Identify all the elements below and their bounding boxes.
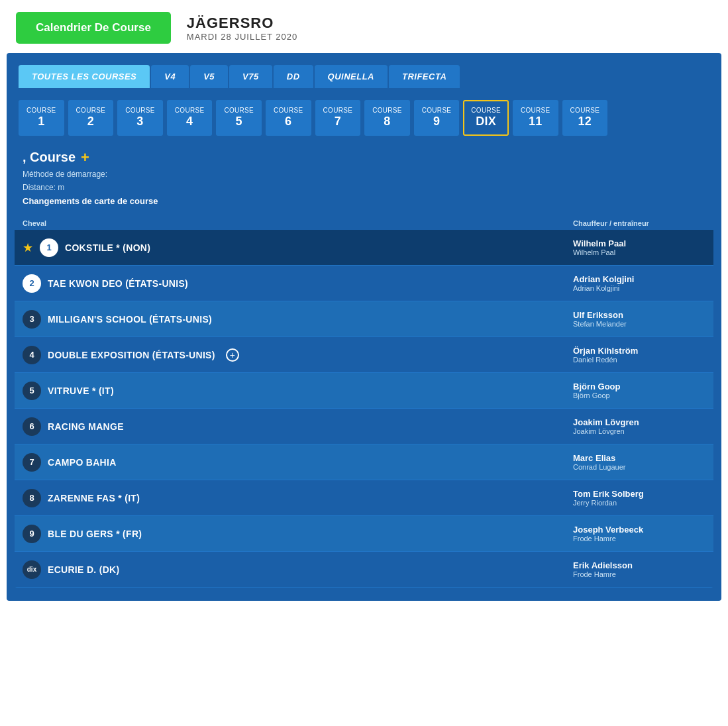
driver-name: Ulf Eriksson (573, 310, 705, 320)
course-tile-2[interactable]: COURSE2 (68, 100, 114, 136)
horse-row[interactable]: 9 BLE DU GERS * (FR) Joseph Verbeeck Fro… (15, 516, 713, 552)
trainer-name: Wilhelm Paal (573, 248, 705, 256)
horse-name: COKSTILE * (NON) (65, 242, 150, 253)
course-selector: COURSE1COURSE2COURSE3COURSE4COURSE5COURS… (7, 88, 721, 142)
horse-name: DOUBLE EXPOSITION (ÉTATS-UNIS) (48, 350, 215, 360)
course-tile-7[interactable]: COURSE7 (315, 100, 361, 136)
horse-row[interactable]: 4 DOUBLE EXPOSITION (ÉTATS-UNIS) + Örjan… (15, 337, 713, 373)
horse-name: ECURIE D. (DK) (48, 564, 119, 575)
trainer-name: Björn Goop (573, 391, 705, 399)
horse-left: 8 ZARENNE FAS * (IT) (23, 489, 573, 507)
tab-v75[interactable]: V75 (229, 65, 272, 88)
course-tile-9[interactable]: COURSE9 (414, 100, 460, 136)
trainer-name: Frode Hamre (573, 535, 705, 543)
course-tile-5[interactable]: COURSE5 (216, 100, 262, 136)
horse-left: 9 BLE DU GERS * (FR) (23, 525, 573, 543)
trainer-name: Stefan Melander (573, 320, 705, 328)
horse-number-badge: 5 (23, 382, 41, 400)
col-chauffeur-header: Chauffeur / entraîneur (573, 219, 705, 227)
horse-row[interactable]: 7 CAMPO BAHIA Marc Elias Conrad Lugauer (15, 444, 713, 480)
course-tile-10[interactable]: COURSEDIX (463, 100, 509, 136)
horse-name: ZARENNE FAS * (IT) (48, 493, 140, 503)
col-cheval-header: Cheval (23, 219, 573, 227)
venue-info: JÄGERSRO MARDI 28 JUILLET 2020 (187, 15, 297, 42)
driver-name: Wilhelm Paal (573, 238, 705, 248)
course-tile-1[interactable]: COURSE1 (19, 100, 64, 136)
course-plus-icon[interactable]: + (81, 149, 89, 166)
tab-quinella[interactable]: QUINELLA (315, 65, 388, 88)
tab-trifecta[interactable]: TRIFECTA (389, 65, 460, 88)
course-tile-6[interactable]: COURSE6 (266, 100, 311, 136)
horse-name: BLE DU GERS * (FR) (48, 529, 142, 539)
star-icon: ★ (23, 240, 33, 255)
trainer-name: Joakim Lövgren (573, 427, 705, 435)
horse-left: 3 MILLIGAN'S SCHOOL (ÉTATS-UNIS) (23, 310, 573, 329)
horse-row[interactable]: 6 RACING MANGE Joakim Lövgren Joakim Löv… (15, 409, 713, 444)
horse-right: Wilhelm Paal Wilhelm Paal (573, 238, 705, 256)
trainer-name: Daniel Redén (573, 356, 705, 364)
tab-toutes[interactable]: TOUTES LES COURSES (19, 65, 150, 88)
horse-left: 2 TAE KWON DEO (ÉTATS-UNIS) (23, 274, 573, 293)
tab-dd[interactable]: DD (274, 65, 313, 88)
horse-left: 6 RACING MANGE (23, 417, 573, 436)
horse-name: TAE KWON DEO (ÉTATS-UNIS) (48, 278, 188, 289)
driver-name: Joseph Verbeeck (573, 525, 705, 535)
course-title: , Course + (23, 149, 705, 166)
horse-name: RACING MANGE (48, 421, 124, 432)
tab-navigation: TOUTES LES COURSESV4V5V75DDQUINELLATRIFE… (7, 53, 721, 88)
tab-v4[interactable]: V4 (151, 65, 189, 88)
horse-number-badge: 1 (40, 238, 58, 257)
tab-v5[interactable]: V5 (190, 65, 228, 88)
course-title-text: , Course (23, 150, 76, 165)
course-tile-12[interactable]: COURSE12 (562, 100, 608, 136)
horse-number-badge: 2 (23, 274, 41, 293)
horse-number-badge: dix (23, 560, 41, 579)
horse-row[interactable]: ★ 1 COKSTILE * (NON) Wilhelm Paal Wilhel… (15, 230, 713, 266)
trainer-name: Jerry Riordan (573, 499, 705, 507)
add-icon[interactable]: + (226, 348, 239, 362)
main-container: TOUTES LES COURSESV4V5V75DDQUINELLATRIFE… (7, 53, 721, 601)
horse-right: Joseph Verbeeck Frode Hamre (573, 525, 705, 543)
horse-right: Björn Goop Björn Goop (573, 382, 705, 399)
meta-changes: Changements de carte de course (23, 194, 705, 209)
horse-name: MILLIGAN'S SCHOOL (ÉTATS-UNIS) (48, 314, 212, 325)
horse-right: Marc Elias Conrad Lugauer (573, 453, 705, 471)
horse-row[interactable]: 3 MILLIGAN'S SCHOOL (ÉTATS-UNIS) Ulf Eri… (15, 301, 713, 337)
horse-right: Tom Erik Solberg Jerry Riordan (573, 489, 705, 507)
course-tile-3[interactable]: COURSE3 (117, 100, 163, 136)
horse-row[interactable]: 5 VITRUVE * (IT) Björn Goop Björn Goop (15, 373, 713, 409)
table-header: Cheval Chauffeur / entraîneur (15, 217, 713, 230)
horse-right: Joakim Lövgren Joakim Lövgren (573, 417, 705, 435)
calendrier-button[interactable]: Calendrier De Course (16, 12, 171, 44)
meta-start: Méthode de démarrage: (23, 168, 705, 181)
course-info: , Course + Méthode de démarrage: Distanc… (7, 142, 721, 213)
horse-row[interactable]: 8 ZARENNE FAS * (IT) Tom Erik Solberg Je… (15, 480, 713, 516)
horse-name: CAMPO BAHIA (48, 457, 117, 468)
horse-number-badge: 9 (23, 525, 41, 543)
driver-name: Björn Goop (573, 382, 705, 391)
venue-date: MARDI 28 JUILLET 2020 (187, 32, 297, 42)
trainer-name: Conrad Lugauer (573, 463, 705, 471)
driver-name: Tom Erik Solberg (573, 489, 705, 499)
horse-number-badge: 7 (23, 453, 41, 472)
horse-left: ★ 1 COKSTILE * (NON) (23, 238, 573, 257)
course-tile-11[interactable]: COURSE11 (513, 100, 558, 136)
horse-right: Adrian Kolgjini Adrian Kolgjini (573, 274, 705, 292)
horse-number-badge: 8 (23, 489, 41, 507)
driver-name: Erik Adielsson (573, 560, 705, 570)
horse-row[interactable]: dix ECURIE D. (DK) Erik Adielsson Frode … (15, 552, 713, 588)
horse-row[interactable]: 2 TAE KWON DEO (ÉTATS-UNIS) Adrian Kolgj… (15, 266, 713, 301)
meta-distance: Distance: m (23, 181, 705, 194)
venue-name: JÄGERSRO (187, 15, 297, 32)
horse-right: Örjan Kihlström Daniel Redén (573, 346, 705, 364)
course-meta: Méthode de démarrage: Distance: m Change… (23, 168, 705, 209)
course-tile-4[interactable]: COURSE4 (167, 100, 213, 136)
trainer-name: Adrian Kolgjini (573, 284, 705, 292)
course-tile-8[interactable]: COURSE8 (364, 100, 410, 136)
driver-name: Adrian Kolgjini (573, 274, 705, 284)
horse-number-badge: 6 (23, 417, 41, 436)
horse-name: VITRUVE * (IT) (48, 386, 114, 396)
horse-left: dix ECURIE D. (DK) (23, 560, 573, 579)
horse-table: Cheval Chauffeur / entraîneur ★ 1 COKSTI… (15, 217, 713, 588)
horse-number-badge: 4 (23, 346, 41, 364)
